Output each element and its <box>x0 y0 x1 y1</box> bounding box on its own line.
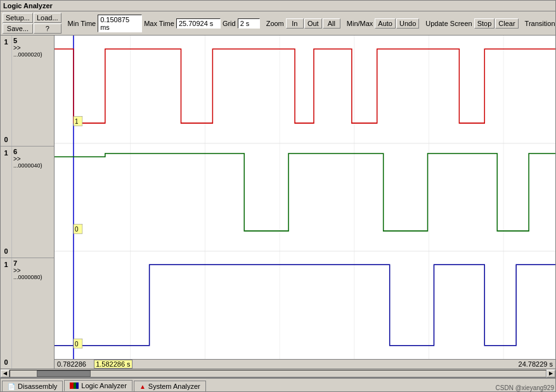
svg-text:0: 0 <box>75 341 79 348</box>
zoom-out-button[interactable]: Out <box>304 18 322 29</box>
min-time-label: Min Time <box>68 20 96 27</box>
zoom-label: Zoom <box>266 20 284 27</box>
minmax-label: Min/Max <box>347 20 373 27</box>
transition-label: Transition <box>525 20 555 27</box>
channel-5-label: 1 0 5 >> ...0000020) <box>1 36 54 147</box>
channel-5-scale: 1 0 <box>1 36 12 146</box>
time-right: 24.78229 s <box>519 360 553 368</box>
ch5-arrows: >> <box>13 44 53 51</box>
scroll-track[interactable] <box>10 370 546 377</box>
minmax-group: Min/Max Auto Undo <box>346 18 420 29</box>
ch5-addr: ...0000020) <box>13 51 53 58</box>
channel-6-info: 6 >> ...0000040) <box>12 147 54 257</box>
max-time-label: Max Time <box>144 20 174 27</box>
ch5-high: 1 <box>4 38 8 46</box>
tab-logic-analyzer[interactable]: Logic Analyzer <box>64 380 133 391</box>
time-group: Min Time 0.150875 ms Max Time 25.70924 s… <box>67 15 260 32</box>
time-marker-bar: 0.782286 1.582286 s 24.78229 s <box>55 359 555 369</box>
zoom-in-button[interactable]: In <box>286 18 304 29</box>
ch6-low: 0 <box>4 247 8 255</box>
channel-6-label: 1 0 6 >> ...0000040) <box>1 147 54 258</box>
ch6-id: 6 <box>13 148 53 155</box>
tab-system-analyzer[interactable]: ▲ System Analyzer <box>134 381 206 391</box>
channel-7-info: 7 >> ...0000080) <box>12 258 54 369</box>
clear-button[interactable]: Clear <box>495 18 518 29</box>
toolbar: Setup... Save... Load... ? Min Time 0.15… <box>1 11 555 36</box>
setup-button[interactable]: Setup... <box>3 13 33 23</box>
ch6-high: 1 <box>4 149 8 157</box>
horizontal-scrollbar[interactable]: ◀ ▶ <box>1 369 555 377</box>
watermark: CSDN @xieyang929 <box>496 384 554 391</box>
tab-bar: 📄 Disassembly Logic Analyzer ▲ System An… <box>1 377 555 391</box>
disassembly-icon: 📄 <box>8 383 15 390</box>
grid-label: Grid <box>223 20 236 27</box>
min-time-value: 0.150875 ms <box>98 15 142 32</box>
time-left: 0.782286 1.582286 s <box>57 360 133 368</box>
ch6-arrows: >> <box>13 155 53 162</box>
ch6-addr: ...0000040) <box>13 162 53 169</box>
auto-button[interactable]: Auto <box>375 18 396 29</box>
ch7-addr: ...0000080) <box>13 274 53 280</box>
channel-5-info: 5 >> ...0000020) <box>12 36 54 146</box>
ch7-high: 1 <box>4 261 8 268</box>
scroll-thumb[interactable] <box>37 370 91 377</box>
svg-text:0: 0 <box>75 226 79 233</box>
ch7-id: 7 <box>13 259 53 267</box>
ch5-low: 0 <box>4 136 8 143</box>
scroll-right-arrow[interactable]: ▶ <box>546 370 555 377</box>
undo-button[interactable]: Undo <box>396 18 419 29</box>
file-buttons: Setup... Save... Load... ? <box>3 13 61 34</box>
waveform-container[interactable]: 1 0 0 0.782286 <box>55 36 555 369</box>
zoom-all-button[interactable]: All <box>323 18 340 29</box>
time-cursor: 1.582286 s <box>94 360 132 369</box>
save-button[interactable]: Save... <box>3 23 33 34</box>
window-title: Logic Analyzer <box>3 2 53 10</box>
svg-text:1: 1 <box>75 118 79 125</box>
tab-disassembly[interactable]: 📄 Disassembly <box>2 381 63 391</box>
system-icon: ▲ <box>139 383 146 390</box>
logic-icon <box>70 382 79 389</box>
waveform-svg[interactable]: 1 0 0 <box>55 36 555 359</box>
zoom-group: Zoom In Out All <box>265 18 340 29</box>
grid-value: 2 s <box>238 18 260 29</box>
transition-group: Transition Prev Next <box>524 18 556 29</box>
update-group: Update Screen Stop Clear <box>424 18 518 29</box>
load-button[interactable]: Load... <box>34 13 61 23</box>
stop-button[interactable]: Stop <box>474 18 495 29</box>
scroll-left-arrow[interactable]: ◀ <box>1 370 10 377</box>
max-time-value: 25.70924 s <box>176 18 221 29</box>
ch5-id: 5 <box>13 37 53 44</box>
ch7-arrows: >> <box>13 267 53 274</box>
ch7-low: 0 <box>4 358 8 366</box>
signal-labels-panel: 1 0 5 >> ...0000020) 1 0 6 >> ...00 <box>1 36 55 369</box>
main-area: 1 0 5 >> ...0000020) 1 0 6 >> ...00 <box>1 36 555 369</box>
channel-7-label: 1 0 7 >> ...0000080) <box>1 258 54 369</box>
title-bar: Logic Analyzer <box>1 1 555 11</box>
update-label: Update Screen <box>425 20 472 27</box>
main-window: Logic Analyzer Setup... Save... Load... … <box>0 0 556 392</box>
channel-7-scale: 1 0 <box>1 258 12 369</box>
help-button[interactable]: ? <box>34 23 61 34</box>
channel-6-scale: 1 0 <box>1 147 12 257</box>
